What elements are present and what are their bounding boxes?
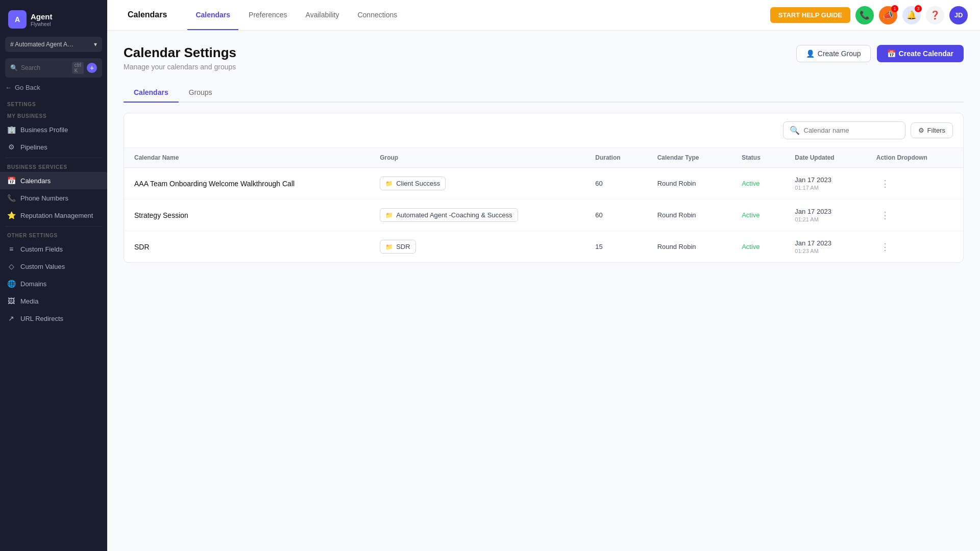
calendars-table: Calendar Name Group Duration Calendar Ty… — [124, 148, 963, 262]
sidebar-item-custom-values[interactable]: ◇ Custom Values — [0, 258, 107, 275]
sidebar-item-calendars[interactable]: 📅 Calendars — [0, 172, 107, 189]
tab-availability[interactable]: Availability — [298, 0, 348, 30]
custom-fields-icon: ≡ — [7, 245, 15, 253]
group-icon: 👤 — [806, 49, 815, 58]
cell-group-1: 📁 Automated Agent -Coaching & Success — [370, 199, 585, 231]
folder-icon: 📁 — [385, 180, 393, 187]
chevron-down-icon: ▾ — [94, 41, 97, 48]
action-menu-button-1[interactable]: ⋮ — [876, 208, 894, 222]
sidebar-item-media[interactable]: 🖼 Media — [0, 292, 107, 310]
action-menu-button-2[interactable]: ⋮ — [876, 240, 894, 254]
sidebar-item-url-redirects[interactable]: ↗ URL Redirects — [0, 310, 107, 327]
add-button[interactable]: + — [87, 63, 97, 73]
go-back-button[interactable]: ← Go Back — [5, 84, 102, 91]
account-selector[interactable]: # Automated Agent Acad... ▾ — [5, 37, 102, 52]
action-menu-button-0[interactable]: ⋮ — [876, 177, 894, 191]
cell-calendar-name-0[interactable]: AAA Team Onboarding Welcome Walkthrough … — [124, 168, 370, 199]
cell-date-2: Jan 17 2023 01:23 AM — [785, 231, 866, 263]
cell-status-2: Active — [731, 231, 785, 263]
back-arrow-icon: ← — [5, 84, 12, 91]
col-calendar-type: Calendar Type — [647, 148, 732, 168]
sidebar-item-reputation-management[interactable]: ⭐ Reputation Management — [0, 207, 107, 224]
bell-nav-icon[interactable]: 🔔 3 — [902, 6, 921, 24]
nav-tabs: Calendars Calendars Preferences Availabi… — [119, 0, 405, 30]
sidebar-item-label: Media — [20, 297, 38, 305]
megaphone-icon: 📣 — [883, 10, 893, 20]
sidebar-item-phone-numbers[interactable]: 📞 Phone Numbers — [0, 189, 107, 207]
cell-action-1[interactable]: ⋮ — [866, 199, 963, 231]
calendar-plus-icon: 📅 — [887, 49, 896, 58]
top-nav: Calendars Calendars Preferences Availabi… — [107, 0, 980, 31]
col-calendar-name: Calendar Name — [124, 148, 370, 168]
question-icon: ❓ — [930, 10, 940, 20]
create-calendar-label: Create Calendar — [899, 49, 953, 58]
search-input[interactable] — [21, 64, 69, 71]
calendar-search-wrapper[interactable]: 🔍 — [783, 121, 905, 139]
group-name-2: SDR — [396, 243, 410, 251]
col-duration: Duration — [585, 148, 647, 168]
cell-action-0[interactable]: ⋮ — [866, 168, 963, 199]
status-badge-2: Active — [742, 243, 760, 251]
page-subtitle: Manage your calendars and groups — [124, 63, 236, 71]
sub-tab-groups[interactable]: Groups — [179, 83, 223, 103]
main-content: Calendars Calendars Preferences Availabi… — [107, 0, 980, 551]
divider — [5, 158, 102, 158]
cell-status-0: Active — [731, 168, 785, 199]
group-name-0: Client Success — [396, 180, 440, 187]
table-row: SDR 📁 SDR 15 Round Robin Active Jan 17 2… — [124, 231, 963, 263]
cell-duration-0: 60 — [585, 168, 647, 199]
reputation-icon: ⭐ — [7, 211, 15, 219]
phone-nav-icon[interactable]: 📞 — [855, 6, 874, 24]
cell-calendar-name-2[interactable]: SDR — [124, 231, 370, 263]
create-calendar-button[interactable]: 📅 Create Calendar — [877, 45, 964, 62]
cell-calendar-name-1[interactable]: Strategy Session — [124, 199, 370, 231]
go-back-label: Go Back — [15, 84, 40, 91]
cell-type-2: Round Robin — [647, 231, 732, 263]
status-badge-1: Active — [742, 211, 760, 219]
create-group-label: Create Group — [818, 49, 861, 58]
tab-connections[interactable]: Connections — [349, 0, 405, 30]
calendars-table-card: 🔍 ⚙ Filters Calendar Name Group Duration… — [124, 113, 964, 263]
calendar-search-input[interactable] — [804, 127, 899, 134]
nav-right: START HELP GUIDE 📞 📣 1 🔔 3 ❓ JD — [770, 6, 968, 24]
create-group-button[interactable]: 👤 Create Group — [796, 45, 871, 62]
sidebar-logo: A Agent Flywheel — [0, 0, 107, 37]
cell-type-0: Round Robin — [647, 168, 732, 199]
avatar[interactable]: JD — [949, 6, 968, 24]
sidebar-item-domains[interactable]: 🌐 Domains — [0, 275, 107, 292]
cell-group-2: 📁 SDR — [370, 231, 585, 263]
nav-tab-calendars-main[interactable]: Calendars — [119, 0, 175, 30]
search-box[interactable]: 🔍 ctrl K + — [5, 58, 102, 78]
filter-icon: ⚙ — [918, 127, 924, 134]
cell-group-0: 📁 Client Success — [370, 168, 585, 199]
folder-icon: 📁 — [385, 212, 393, 219]
sidebar-item-pipelines[interactable]: ⚙ Pipelines — [0, 138, 107, 156]
table-toolbar: 🔍 ⚙ Filters — [124, 113, 963, 148]
page-header: Calendar Settings Manage your calendars … — [124, 45, 964, 71]
logo-icon: A — [8, 10, 27, 29]
help-guide-button[interactable]: START HELP GUIDE — [770, 7, 850, 23]
col-status: Status — [731, 148, 785, 168]
business-services-label: BUSINESS SERVICES — [0, 160, 107, 172]
help-nav-icon[interactable]: ❓ — [926, 6, 944, 24]
cell-action-2[interactable]: ⋮ — [866, 231, 963, 263]
filter-button[interactable]: ⚙ Filters — [911, 122, 953, 138]
page-actions: 👤 Create Group 📅 Create Calendar — [796, 45, 964, 62]
phone-icon: 📞 — [7, 194, 15, 202]
tab-preferences[interactable]: Preferences — [240, 0, 295, 30]
sidebar-item-label: URL Redirects — [20, 315, 63, 322]
sidebar-scroll: Settings MY BUSINESS 🏢 Business Profile … — [0, 97, 107, 551]
page-content: Calendar Settings Manage your calendars … — [107, 31, 980, 551]
sidebar-item-label: Calendars — [20, 177, 51, 185]
tab-calendars[interactable]: Calendars — [187, 0, 238, 30]
megaphone-nav-icon[interactable]: 📣 1 — [879, 6, 897, 24]
table-header-row: Calendar Name Group Duration Calendar Ty… — [124, 148, 963, 168]
other-settings-label: OTHER SETTINGS — [0, 229, 107, 240]
sidebar: A Agent Flywheel # Automated Agent Acad.… — [0, 0, 107, 551]
account-name: # Automated Agent Acad... — [10, 41, 77, 48]
sub-tab-calendars[interactable]: Calendars — [124, 83, 179, 103]
pipelines-icon: ⚙ — [7, 143, 15, 151]
sidebar-item-custom-fields[interactable]: ≡ Custom Fields — [0, 240, 107, 258]
sidebar-item-label: Pipelines — [20, 143, 47, 151]
sidebar-item-business-profile[interactable]: 🏢 Business Profile — [0, 121, 107, 138]
